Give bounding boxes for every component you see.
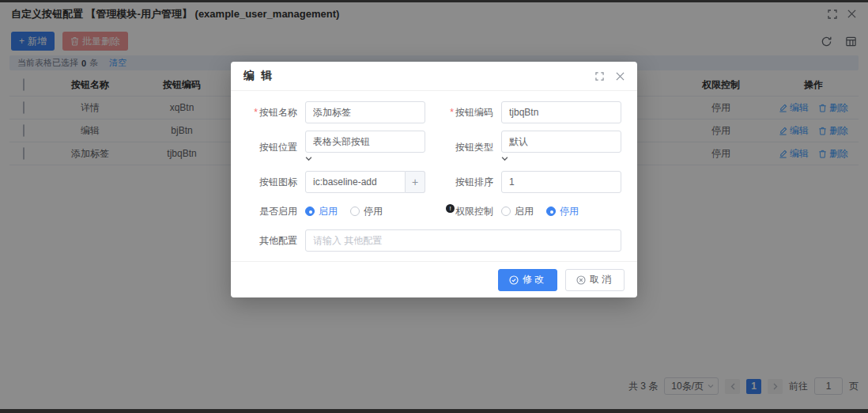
permission-label: !权限控制 (443, 205, 493, 218)
button-type-value: 默认 (509, 135, 528, 149)
dialog-fullscreen-icon[interactable] (594, 71, 604, 81)
button-icon-label: 按钮图标 (247, 176, 297, 189)
button-code-input[interactable] (501, 101, 621, 123)
button-icon-input[interactable] (305, 171, 406, 193)
field-button-code: 按钮编码 (443, 101, 621, 123)
permission-radio-off[interactable]: 停用 (546, 205, 579, 218)
dialog-title: 编 辑 (243, 69, 274, 83)
edit-dialog: 编 辑 按钮名称 按钮编码 按钮位置 表 (231, 62, 637, 297)
cancel-label: 取消 (590, 273, 613, 286)
icon-picker-button[interactable]: + (406, 171, 425, 193)
radio-dot (350, 206, 360, 216)
field-button-icon: 按钮图标 + (247, 171, 425, 193)
info-icon: ! (446, 204, 455, 213)
dialog-footer: 修改 取消 (231, 261, 637, 297)
field-enabled: 是否启用 启用 停用 (247, 200, 425, 222)
button-name-input[interactable] (305, 101, 425, 123)
dialog-close-icon[interactable] (615, 71, 625, 81)
enabled-radio-off[interactable]: 停用 (350, 205, 383, 218)
field-button-position: 按钮位置 表格头部按钮 (247, 131, 425, 164)
button-code-label: 按钮编码 (443, 106, 493, 119)
cancel-button[interactable]: 取消 (565, 269, 625, 291)
button-type-select[interactable]: 默认 (501, 131, 621, 153)
dialog-header: 编 辑 (231, 62, 637, 91)
button-order-label: 按钮排序 (443, 176, 493, 189)
other-config-label: 其他配置 (247, 234, 297, 248)
button-name-label: 按钮名称 (247, 106, 297, 119)
enabled-label: 是否启用 (247, 205, 297, 218)
button-position-label: 按钮位置 (247, 141, 297, 154)
confirm-button[interactable]: 修改 (498, 269, 557, 291)
close-circle-icon (576, 275, 586, 285)
field-other-config: 其他配置 (247, 229, 621, 252)
radio-dot (305, 206, 315, 216)
other-config-input[interactable] (305, 229, 621, 252)
chevron-down-icon (501, 156, 508, 161)
check-circle-icon (509, 275, 519, 285)
radio-dot (501, 206, 511, 216)
field-button-order: 按钮排序 (443, 171, 621, 193)
button-order-input[interactable] (501, 171, 621, 193)
button-position-select[interactable]: 表格头部按钮 (305, 131, 425, 153)
field-button-name: 按钮名称 (247, 101, 425, 123)
confirm-label: 修改 (523, 273, 546, 286)
field-button-type: 按钮类型 默认 (443, 131, 621, 164)
field-permission: !权限控制 启用 停用 (443, 200, 621, 222)
chevron-down-icon (305, 156, 312, 161)
button-position-value: 表格头部按钮 (313, 135, 370, 149)
enabled-radio-on[interactable]: 启用 (305, 205, 338, 218)
button-type-label: 按钮类型 (443, 141, 493, 154)
radio-dot (546, 206, 556, 216)
dialog-body: 按钮名称 按钮编码 按钮位置 表格头部按钮 按钮类型 (231, 91, 637, 261)
permission-radio-on[interactable]: 启用 (501, 205, 534, 218)
